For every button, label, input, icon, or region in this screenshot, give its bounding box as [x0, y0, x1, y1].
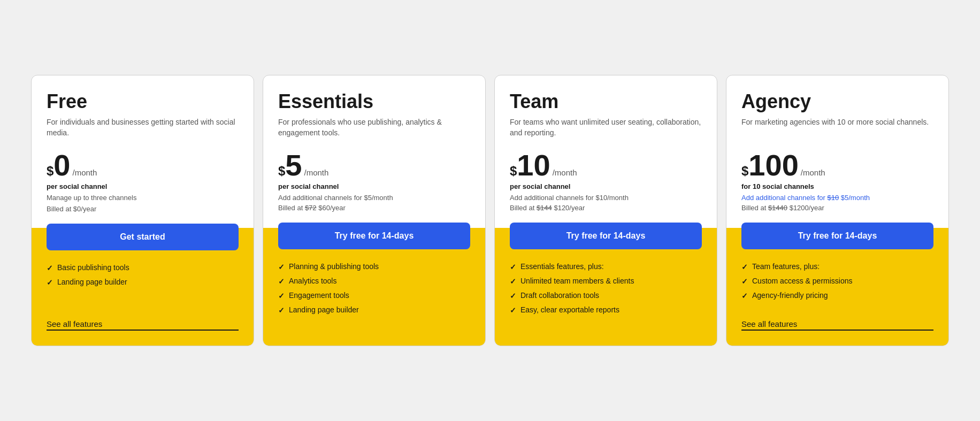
feature-item: ✓Agency-friendly pricing — [741, 291, 933, 300]
check-icon: ✓ — [510, 306, 516, 315]
check-icon: ✓ — [741, 263, 748, 271]
feature-item: ✓Engagement tools — [278, 291, 470, 300]
see-all-features-agency[interactable]: See all features — [741, 319, 933, 331]
feature-item: ✓Easy, clear exportable reports — [510, 305, 702, 315]
plan-desc-team: For teams who want unlimited user seatin… — [510, 117, 702, 140]
price-amount-free: 0 — [53, 150, 70, 180]
billing-discounted-essentials: $60/year — [318, 204, 346, 212]
check-icon: ✓ — [510, 292, 516, 300]
features-list-agency: ✓Team features, plus: ✓Custom access & p… — [741, 262, 933, 305]
price-symbol-free: $ — [47, 165, 53, 178]
price-period-free: /month — [73, 168, 97, 177]
check-icon: ✓ — [741, 292, 748, 300]
billing-agency: Billed at $1440 $1200/year — [741, 204, 933, 212]
price-unit-free: per social channel — [47, 182, 239, 190]
billing-original-essentials: $72 — [305, 204, 317, 212]
feature-item: ✓Analytics tools — [278, 277, 470, 286]
plan-card-agency: Agency For marketing agencies with 10 or… — [726, 75, 949, 346]
plan-desc-agency: For marketing agencies with 10 or more s… — [741, 117, 933, 140]
price-row-essentials: $ 5 /month — [278, 150, 470, 180]
price-amount-agency: 100 — [748, 150, 798, 180]
price-period-agency: /month — [801, 168, 825, 177]
feature-item: ✓Basic publishing tools — [47, 263, 239, 272]
billing-free: Billed at $0/year — [47, 205, 239, 213]
feature-item: ✓Team features, plus: — [741, 262, 933, 271]
check-icon: ✓ — [278, 263, 285, 271]
price-row-team: $ 10 /month — [510, 150, 702, 180]
billing-original-agency: $1440 — [768, 204, 787, 212]
cta-button-agency[interactable]: Try free for 14-days — [741, 223, 933, 249]
plan-desc-essentials: For professionals who use publishing, an… — [278, 117, 470, 140]
billing-discounted-team: $120/year — [554, 204, 585, 212]
feature-item: ✓Draft collaboration tools — [510, 291, 702, 300]
price-amount-team: 10 — [517, 150, 550, 180]
price-amount-essentials: 5 — [285, 150, 302, 180]
additional-channels-essentials: Add additional channels for $5/month — [278, 194, 470, 202]
plan-name-team: Team — [510, 90, 702, 113]
check-icon: ✓ — [47, 264, 53, 272]
feature-item: ✓Planning & publishing tools — [278, 262, 470, 271]
price-symbol-essentials: $ — [278, 165, 285, 178]
check-icon: ✓ — [47, 278, 53, 287]
billing-essentials: Billed at $72 $60/year — [278, 204, 470, 212]
cta-button-essentials[interactable]: Try free for 14-days — [278, 223, 470, 249]
billing-discounted-agency: $1200/year — [790, 204, 824, 212]
cta-button-team[interactable]: Try free for 14-days — [510, 223, 702, 249]
plan-desc-free: For individuals and businesses getting s… — [47, 117, 239, 140]
check-icon: ✓ — [741, 277, 748, 286]
price-period-team: /month — [553, 168, 577, 177]
price-row-free: $ 0 /month — [47, 150, 239, 180]
additional-channels-link-text: Add additional channels for — [741, 194, 827, 202]
additional-channels-agency: Add additional channels for $10 $5/month — [741, 194, 933, 202]
check-icon: ✓ — [510, 263, 516, 271]
billing-original-team: $144 — [537, 204, 552, 212]
cta-button-free[interactable]: Get started — [47, 224, 239, 250]
plans-container: Free For individuals and businesses gett… — [11, 64, 969, 357]
price-unit-agency: for 10 social channels — [741, 182, 933, 190]
billing-team: Billed at $144 $120/year — [510, 204, 702, 212]
plan-card-team: Team For teams who want unlimited user s… — [494, 75, 717, 346]
price-symbol-agency: $ — [741, 165, 748, 178]
price-symbol-team: $ — [510, 165, 517, 178]
check-icon: ✓ — [278, 292, 285, 300]
check-icon: ✓ — [278, 277, 285, 286]
features-list-team: ✓Essentials features, plus: ✓Unlimited t… — [510, 262, 702, 320]
see-all-features-free[interactable]: See all features — [47, 319, 239, 331]
additional-channels-strike: $10 — [827, 194, 839, 202]
plan-card-essentials: Essentials For professionals who use pub… — [263, 75, 486, 346]
features-list-free: ✓Basic publishing tools ✓Landing page bu… — [47, 263, 239, 292]
feature-item: ✓Landing page builder — [47, 278, 239, 287]
additional-channels-team: Add additional channels for $10/month — [510, 194, 702, 202]
price-row-agency: $ 100 /month — [741, 150, 933, 180]
plan-name-free: Free — [47, 90, 239, 113]
feature-item: ✓Unlimited team members & clients — [510, 277, 702, 286]
feature-item: ✓Essentials features, plus: — [510, 262, 702, 271]
check-icon: ✓ — [278, 306, 285, 315]
price-unit-team: per social channel — [510, 182, 702, 190]
plan-card-free: Free For individuals and businesses gett… — [31, 75, 254, 346]
manage-channels-free: Manage up to three channels — [47, 194, 239, 202]
plan-name-essentials: Essentials — [278, 90, 470, 113]
feature-item: ✓Custom access & permissions — [741, 277, 933, 286]
check-icon: ✓ — [510, 277, 516, 286]
price-period-essentials: /month — [304, 168, 329, 177]
feature-item: ✓Landing page builder — [278, 305, 470, 315]
plan-name-agency: Agency — [741, 90, 933, 113]
features-list-essentials: ✓Planning & publishing tools ✓Analytics … — [278, 262, 470, 320]
price-unit-essentials: per social channel — [278, 182, 470, 190]
additional-channels-price: $5/month — [839, 194, 870, 202]
